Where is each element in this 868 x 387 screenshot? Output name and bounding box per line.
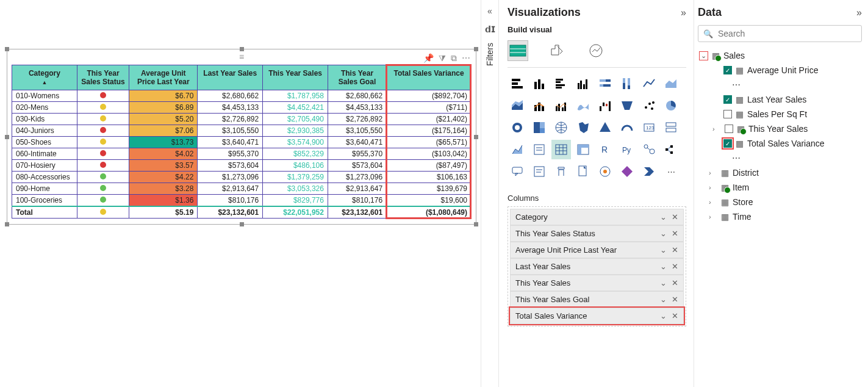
viz-donut[interactable] <box>508 118 527 137</box>
remove-field-icon[interactable]: ✕ <box>672 311 678 320</box>
filter-icon[interactable]: ⧩ <box>439 54 446 62</box>
viz-r[interactable]: R <box>595 140 615 159</box>
viz-filled-map[interactable] <box>573 118 593 137</box>
field-row[interactable]: ✓▦Last Year Sales <box>698 92 862 107</box>
table-row[interactable]: 060-Intimate$4.02$955,370$852,329$955,37… <box>12 148 472 160</box>
viz-power-apps[interactable] <box>617 162 637 181</box>
viz-kpi[interactable] <box>508 140 527 159</box>
viz-slicer[interactable] <box>529 140 549 159</box>
chevron-down-icon[interactable]: ⌄ <box>660 245 667 255</box>
chevron-down-icon[interactable]: ⌄ <box>660 212 667 222</box>
viz-card[interactable]: 123 <box>639 118 659 137</box>
viz-gauge[interactable] <box>617 118 637 137</box>
remove-field-icon[interactable]: ✕ <box>672 278 678 288</box>
field-checkbox[interactable]: ✓ <box>723 139 732 148</box>
viz-arcgis[interactable] <box>595 162 615 181</box>
collapse-chevron-icon[interactable]: » <box>856 7 862 18</box>
viz-azure-map[interactable] <box>595 118 615 137</box>
viz-stacked-column[interactable] <box>529 74 549 93</box>
column-header[interactable]: This Year Sales Status <box>77 65 129 90</box>
field-pill[interactable]: This Year Sales Goal⌄✕ <box>510 291 684 308</box>
field-pill[interactable]: Average Unit Price Last Year⌄✕ <box>510 242 684 258</box>
column-header[interactable]: This Year Sales Goal <box>328 65 386 90</box>
chevron-down-icon[interactable]: ⌄ <box>660 278 667 288</box>
viz-area[interactable] <box>661 74 681 93</box>
field-pill[interactable]: This Year Sales⌄✕ <box>510 275 684 291</box>
remove-field-icon[interactable]: ✕ <box>672 245 678 255</box>
chevron-down-icon[interactable]: ⌄ <box>660 229 667 238</box>
field-pill[interactable]: Total Sales Variance⌄✕ <box>510 308 684 324</box>
viz-key-influencers[interactable] <box>639 140 659 159</box>
viz-pie[interactable] <box>661 96 681 115</box>
table-row[interactable]: 100-Groceries$1.36$810,176$829,776$810,1… <box>12 195 472 207</box>
remove-field-icon[interactable]: ✕ <box>672 262 678 271</box>
viz-decomposition[interactable] <box>661 140 681 159</box>
columns-field-well[interactable]: Category⌄✕This Year Sales Status⌄✕Averag… <box>508 206 686 327</box>
chevron-down-icon[interactable]: ⌄ <box>660 295 667 304</box>
table-row[interactable]: 050-Shoes$13.73$3,640,471$3,574,900$3,64… <box>12 137 472 148</box>
table-row-collapsed[interactable]: ›▦Item <box>698 180 862 195</box>
field-checkbox[interactable] <box>725 125 733 133</box>
table-row[interactable]: 040-Juniors$7.06$3,105,550$2,930,385$3,1… <box>12 125 472 137</box>
report-canvas[interactable]: ≡ 📌 ⧩ ⧉ ⋯ Category▲This Year Sales Statu… <box>0 0 481 387</box>
table-row[interactable]: 010-Womens$6.70$2,680,662$1,787,958$2,68… <box>12 90 472 102</box>
viz-100-stacked-column[interactable] <box>617 74 637 93</box>
viz-table[interactable] <box>551 140 571 159</box>
column-header[interactable]: Category▲ <box>12 65 77 90</box>
viz-line[interactable] <box>639 74 659 93</box>
viz-smart-narrative[interactable] <box>529 162 549 181</box>
viz-ribbon[interactable] <box>573 96 593 115</box>
viz-stacked-area[interactable] <box>508 96 527 115</box>
viz-power-automate[interactable] <box>639 162 659 181</box>
more-fields-icon[interactable]: ⋯ <box>698 151 862 165</box>
remove-field-icon[interactable]: ✕ <box>672 229 678 238</box>
field-pill[interactable]: Last Year Sales⌄✕ <box>510 258 684 275</box>
search-input[interactable] <box>718 29 856 38</box>
table-sales[interactable]: ⌄ ▦ Sales <box>698 48 862 63</box>
pin-icon[interactable]: 📌 <box>423 54 434 62</box>
field-row[interactable]: ▦Sales Per Sq Ft <box>698 107 862 121</box>
viz-clustered-bar[interactable] <box>551 74 571 93</box>
drag-handle-icon[interactable]: ≡ <box>239 54 244 65</box>
viz-map[interactable] <box>551 118 571 137</box>
focus-mode-icon[interactable]: ⧉ <box>451 54 457 62</box>
field-row[interactable]: ›▦This Year Sales <box>698 121 862 136</box>
viz-goals[interactable] <box>551 162 571 181</box>
viz-multi-row-card[interactable] <box>661 118 681 137</box>
field-row[interactable]: ✓▦Total Sales Variance <box>698 136 862 151</box>
viz-line-stacked-column[interactable] <box>529 96 549 115</box>
field-pill[interactable]: This Year Sales Status⌄✕ <box>510 225 684 242</box>
analytics-tab[interactable] <box>586 40 606 61</box>
viz-funnel[interactable] <box>617 96 637 115</box>
build-visual-tab[interactable] <box>508 40 528 61</box>
field-checkbox[interactable]: ✓ <box>723 95 732 104</box>
viz-100-stacked-bar[interactable] <box>595 74 615 93</box>
table-visual[interactable]: ≡ 📌 ⧩ ⧉ ⋯ Category▲This Year Sales Statu… <box>12 54 472 219</box>
viz-waterfall[interactable] <box>595 96 615 115</box>
column-header[interactable]: Average Unit Price Last Year <box>129 65 198 90</box>
field-checkbox[interactable]: ✓ <box>723 66 732 74</box>
field-checkbox[interactable] <box>723 110 732 118</box>
chevron-right-icon[interactable]: › <box>712 125 721 132</box>
remove-field-icon[interactable]: ✕ <box>672 212 678 222</box>
viz-get-more[interactable]: ⋯ <box>661 162 681 181</box>
field-pill[interactable]: Category⌄✕ <box>510 209 684 225</box>
remove-field-icon[interactable]: ✕ <box>672 295 678 304</box>
viz-paginated[interactable] <box>573 162 593 181</box>
chevron-right-icon[interactable]: › <box>709 184 717 191</box>
column-header[interactable]: Last Year Sales <box>198 65 263 90</box>
viz-treemap[interactable] <box>529 118 549 137</box>
filters-pane-collapsed[interactable]: « 𝗱𝗜 Filters <box>481 0 499 387</box>
search-box[interactable]: 🔍 <box>698 25 862 42</box>
chevron-down-icon[interactable]: ⌄ <box>660 262 667 271</box>
table-row[interactable]: 080-Accessories$4.22$1,273,096$1,379,259… <box>12 172 472 183</box>
table-row-collapsed[interactable]: ›▦District <box>698 165 862 180</box>
chevron-down-icon[interactable]: ⌄ <box>660 311 667 320</box>
chevron-right-icon[interactable]: › <box>709 169 717 176</box>
viz-py[interactable]: Py <box>617 140 637 159</box>
viz-stacked-bar[interactable] <box>508 74 527 93</box>
column-header[interactable]: Total Sales Variance <box>387 65 472 90</box>
viz-clustered-column[interactable] <box>573 74 593 93</box>
field-row[interactable]: ✓▦Average Unit Price <box>698 63 862 78</box>
table-row-collapsed[interactable]: ›▦Store <box>698 195 862 209</box>
